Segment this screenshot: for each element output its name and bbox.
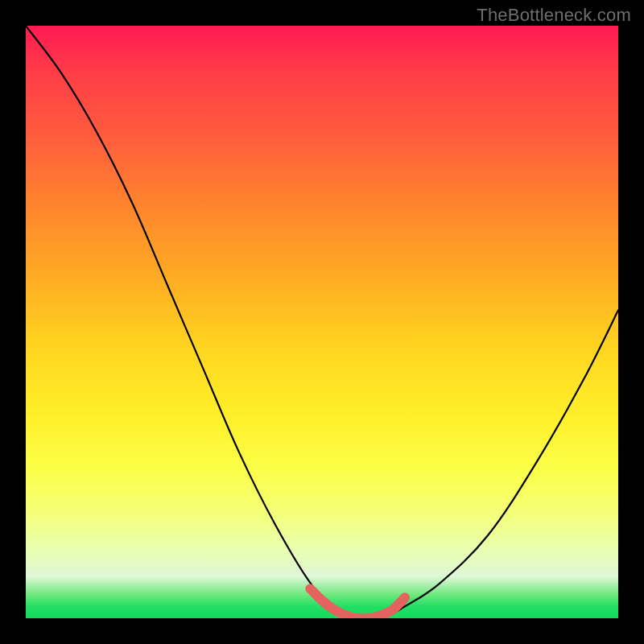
- marker-path: [310, 588, 405, 618]
- watermark-text: TheBottleneck.com: [477, 5, 631, 26]
- chart-frame: TheBottleneck.com: [0, 0, 644, 644]
- sweet-spot-marker: [26, 26, 618, 618]
- plot-area: [26, 26, 618, 618]
